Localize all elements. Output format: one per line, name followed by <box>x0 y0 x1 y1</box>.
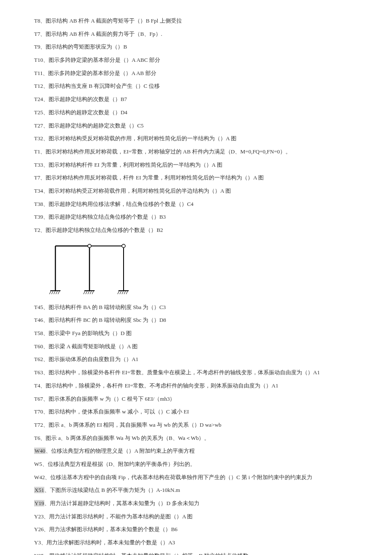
text-line-t12: T12、图示结构当支座 B 有沉降时会产生（）C 位移 <box>34 82 358 90</box>
text-line-t9: T9、图示结构的弯矩图形状应为（）B <box>34 43 358 51</box>
text-line-y35: Y35、用位移法计算超静定结构时，基本未知量的数目与（）相等。D 独立的结点位移… <box>34 552 358 555</box>
text-line-t45: T45、图示结构杆件 BA 的 B 端转动刚度 Sba 为（）C3 <box>34 304 358 311</box>
svg-point-6 <box>122 244 125 248</box>
text-line-y3: Y3、用力法求解图示结构时，基本未知量的个数是（）A3 <box>34 539 358 546</box>
text-line-t38: T38、图示超静定结构用位移法求解，结点角位移的个数是（）C4 <box>34 200 358 208</box>
text-line-t67: T67、图示体系的自振频率 w 为（）C 根号下 6EI/（mh3） <box>34 395 358 403</box>
text-line-t4: T4、图示结构中，除横梁外，各杆件 EI=常数。不考虑杆件的轴向变形，则体系振动… <box>34 382 358 390</box>
svg-line-17 <box>90 291 92 294</box>
highlight-prefix: Y19 <box>34 500 44 506</box>
text-line-y23: Y23、用力法计算图示结构时，不能作为基本结构的是图（）A 图 <box>34 513 358 520</box>
svg-line-10 <box>54 291 55 294</box>
text-line-t10: T10、图示多跨静定梁的基本部分是（）A ABC 部分 <box>34 56 358 64</box>
text-line-t46: T46、图示结构杆件 BC 的 B 端转动刚度 Sbc 为（）D8 <box>34 316 358 324</box>
text-line-t72: T72、图示 a、b 两体系的 EI 相同，其自振频率 wa 与 wb 的关系（… <box>34 421 358 429</box>
text-line-t1: T1、图示对称结构作用反对称荷载，EI=常数，对称轴穿过的 AB 杆件内力满足（… <box>34 148 358 156</box>
text-line-t39: T39、图示超静定结构独立结点角位移的个数是（）B3 <box>34 213 358 221</box>
text-line-t63: T63、图示结构中，除横梁外各杆件 EI=常数。质量集中在横梁上，不考虑杆件的轴… <box>34 369 358 376</box>
svg-line-14 <box>84 291 85 294</box>
svg-line-8 <box>49 291 51 294</box>
line-text: 、用力法计算超静定结构时，其基本未知量为（）D 多余未知力 <box>44 500 199 506</box>
text-line-y26: Y26、用力法求解图示结构时，基本未知量的个数是（）B6 <box>34 526 358 533</box>
svg-line-15 <box>86 291 87 294</box>
structural-frame-diagram <box>47 240 132 297</box>
text-line-x51: X51、下图所示连续梁结点 B 的不平衡力矩为（）A-10kN.m <box>34 486 358 494</box>
text-line-t70: T70、图示结构中，使体系自振频率 w 减小，可以（）C 减小 EI <box>34 408 358 416</box>
svg-line-20 <box>118 291 119 294</box>
text-line-t33: T33、图示对称结构杆件 EI 为常量，利用对称性简化后的一半结构为（）A 图 <box>34 161 358 169</box>
text-line-t7a: T7、图示结构 AB 杆件 A 截面的剪力等于（B、Fp）. <box>34 30 358 38</box>
svg-line-22 <box>122 291 124 294</box>
line-text: 、位移法典型方程的物理意义是（）A 附加约束上的平衡方程 <box>46 448 195 454</box>
text-line-t62: T62、图示振动体系的自由度数目为（）A1 <box>34 356 358 363</box>
text-line-t25: T25、图示结构的超静定次数是（）D4 <box>34 109 358 116</box>
svg-line-18 <box>92 291 94 294</box>
highlight-prefix: W40 <box>34 448 46 454</box>
text-line-t2: T2、图示超静定结构独立结点角位移的个数是（）B2 <box>34 226 358 234</box>
svg-line-16 <box>88 291 89 294</box>
text-line-t34: T34、图示对称结构受正对称荷载作用，利用对称性简化后的半边结构为（）A 图 <box>34 187 358 195</box>
text-line-t32: T32、图示对称结构受反对称荷载的作用，利用对称性简化后的一半结构为（）A 图 <box>34 135 358 142</box>
text-line-w5: W5、位移法典型方程是根据（D、附加约束的平衡条件）列出的。 <box>34 460 358 468</box>
svg-line-24 <box>126 291 128 294</box>
svg-line-21 <box>120 291 121 294</box>
text-line-t7b: T7、图示对称结构作用反对称荷载，杆件 EI 为常量，利用对称性简化后的一半结构… <box>34 174 358 182</box>
svg-line-23 <box>124 291 126 294</box>
text-line-t27: T27、图示超静定结构的超静定次数是（）C5 <box>34 122 358 130</box>
text-line-t6: T6、图示 a、b 两体系的自振频率 Wa 与 Wb 的关系为（B、Wa＜Wb）… <box>34 434 358 442</box>
text-line-y19: Y19、用力法计算超静定结构时，其基本未知量为（）D 多余未知力 <box>34 500 358 507</box>
svg-line-9 <box>52 291 53 294</box>
text-line-w40: W40、位移法典型方程的物理意义是（）A 附加约束上的平衡方程 <box>34 447 358 455</box>
text-line-t60: T60、图示梁 A 截面弯矩影响线是（）A 图 <box>34 343 358 350</box>
svg-line-11 <box>56 291 58 294</box>
text-line-w42: W42、位移法基本方程中的自由项 Fip，代表基本结构在荷载单独作用下产生的（）… <box>34 474 358 481</box>
text-line-t8: T8、图示结构 AB 杆件 A 截面的弯矩等于（）B Fpl 上侧受拉 <box>34 17 358 25</box>
text-line-t11: T11、图示多跨静定梁的基本部分是（）A AB 部分 <box>34 69 358 77</box>
svg-point-5 <box>88 244 91 248</box>
line-text: 、下图所示连续梁结点 B 的不平衡力矩为（）A-10kN.m <box>44 487 180 493</box>
svg-line-12 <box>58 291 60 294</box>
text-line-t24: T24、图示超静定结构的次数是（）B7 <box>34 95 358 103</box>
text-line-t58: T58、图示梁中 Fya 的影响线为（）D 图 <box>34 330 358 337</box>
highlight-prefix: X51 <box>34 487 44 493</box>
